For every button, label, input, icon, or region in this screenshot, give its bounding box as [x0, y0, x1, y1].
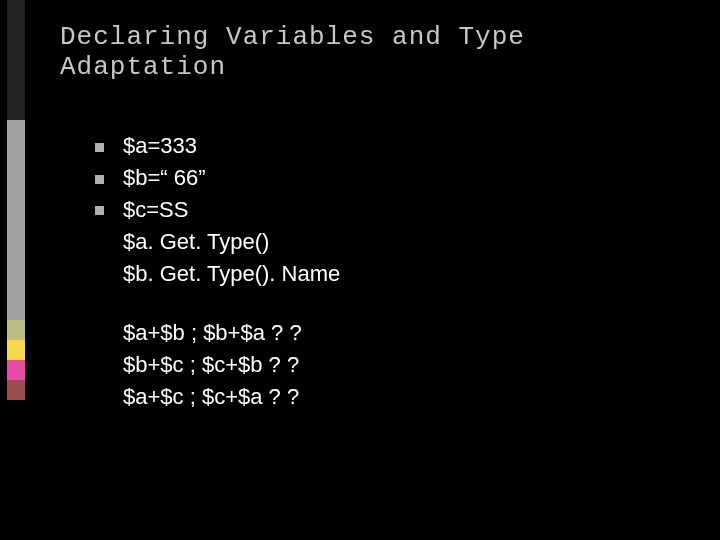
stripe-seg-4	[7, 360, 25, 380]
line-4: $a. Get. Type()	[95, 226, 660, 258]
left-accent-stripe	[7, 0, 25, 540]
slide: Declaring Variables and Type Adaptation …	[0, 0, 720, 540]
line-5: $b. Get. Type(). Name	[95, 258, 660, 290]
stripe-seg-2	[7, 320, 25, 340]
code-text: $b. Get. Type(). Name	[123, 258, 340, 290]
blank-line	[95, 289, 660, 317]
code-text: $b=“ 66”	[123, 162, 206, 194]
code-text: $a+$c ; $c+$a ? ?	[123, 381, 299, 413]
square-bullet-icon	[95, 143, 104, 152]
stripe-seg-1	[7, 120, 25, 320]
stripe-seg-5	[7, 380, 25, 400]
square-bullet-icon	[95, 206, 104, 215]
stripe-seg-3	[7, 340, 25, 360]
stripe-seg-0	[7, 0, 25, 120]
bullet-line-3: $c=SS	[95, 194, 660, 226]
code-text: $b+$c ; $c+$b ? ?	[123, 349, 299, 381]
square-bullet-icon	[95, 175, 104, 184]
line-8: $a+$c ; $c+$a ? ?	[95, 381, 660, 413]
code-text: $a=333	[123, 130, 197, 162]
code-text: $a+$b ; $b+$a ? ?	[123, 317, 302, 349]
line-6: $a+$b ; $b+$a ? ?	[95, 317, 660, 349]
stripe-seg-6	[7, 400, 25, 540]
code-text: $c=SS	[123, 194, 188, 226]
bullet-line-2: $b=“ 66”	[95, 162, 660, 194]
bullet-line-1: $a=333	[95, 130, 660, 162]
line-7: $b+$c ; $c+$b ? ?	[95, 349, 660, 381]
slide-title: Declaring Variables and Type Adaptation	[60, 22, 680, 82]
slide-body: $a=333 $b=“ 66” $c=SS $a. Get. Type() $b…	[95, 130, 660, 413]
code-text: $a. Get. Type()	[123, 226, 269, 258]
